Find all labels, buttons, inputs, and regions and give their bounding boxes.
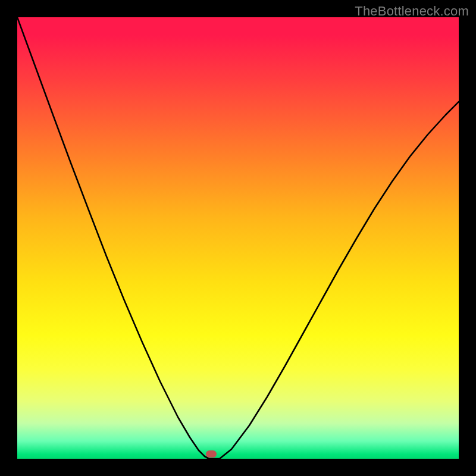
chart-frame: TheBottleneck.com — [0, 0, 476, 476]
gradient-plot-area — [17, 17, 459, 459]
watermark-text: TheBottleneck.com — [355, 4, 469, 19]
optimal-marker — [206, 450, 217, 458]
